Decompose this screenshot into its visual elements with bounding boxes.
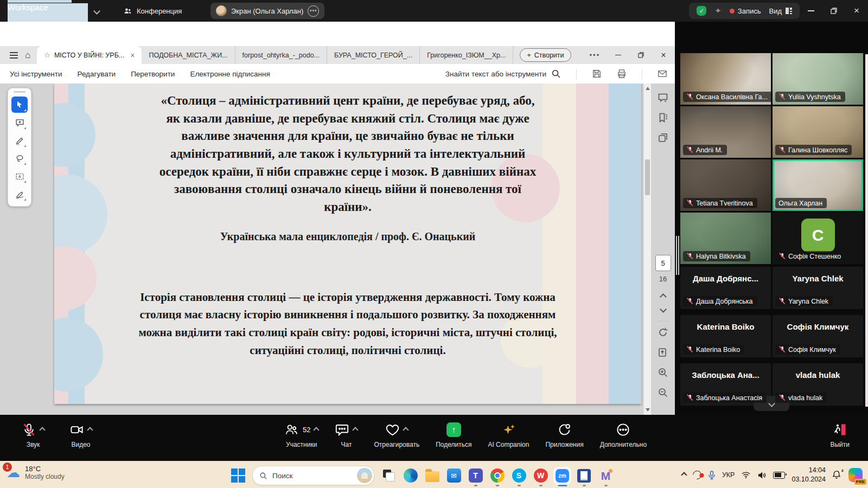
start-button[interactable] bbox=[231, 468, 245, 483]
react-options-icon[interactable] bbox=[403, 427, 409, 433]
menu-convert[interactable]: Перетворити bbox=[131, 70, 175, 78]
participant-tile[interactable]: Даша Добрянс... Даша Добрянська bbox=[680, 267, 771, 309]
star-icon[interactable]: ☆ bbox=[44, 51, 50, 59]
video-tile[interactable]: Yuliia Vyshnytska bbox=[773, 53, 863, 105]
mail-app[interactable]: ✉ bbox=[446, 468, 461, 483]
video-tile[interactable]: Галина Шовкопляс bbox=[773, 106, 863, 158]
recording-tray-icon[interactable] bbox=[691, 469, 704, 481]
scroll-up-icon[interactable] bbox=[646, 87, 650, 90]
text-select-tool[interactable]: A bbox=[11, 168, 28, 184]
pdf-close-button[interactable]: × bbox=[652, 46, 675, 64]
audio-button[interactable]: Звук bbox=[22, 422, 44, 448]
tray-mic-icon[interactable] bbox=[708, 471, 716, 480]
wifi-icon[interactable] bbox=[741, 471, 751, 479]
participant-tile[interactable]: Yaryna Chlek Yaryna Chlek bbox=[773, 267, 863, 309]
hidden-icons-chevron[interactable] bbox=[681, 472, 687, 478]
video-tile[interactable]: Tetiana Tveritinova bbox=[680, 159, 771, 211]
chat-button[interactable]: Чат bbox=[335, 422, 358, 448]
menu-edit[interactable]: Редагувати bbox=[77, 70, 116, 78]
next-page-icon[interactable] bbox=[660, 306, 667, 313]
pdf-tab[interactable]: Григоренко_ІЗЮМ__Хр... bbox=[420, 46, 513, 64]
palette-handle[interactable] bbox=[14, 91, 25, 93]
export-page-icon[interactable] bbox=[658, 347, 668, 358]
file-explorer-app[interactable] bbox=[425, 468, 439, 483]
participants-button[interactable]: 52 Участники bbox=[284, 422, 318, 448]
scroll-thumb[interactable] bbox=[645, 159, 650, 195]
pdf-tab[interactable]: БУРА_МІСТО_ГЕРОЙ_... bbox=[327, 46, 420, 64]
video-options-icon[interactable] bbox=[87, 427, 93, 433]
video-button[interactable]: Видео bbox=[69, 422, 92, 448]
pdf-minimize-button[interactable] bbox=[607, 46, 629, 64]
tab-close-icon[interactable]: × bbox=[130, 51, 135, 60]
window-minimize-button[interactable] bbox=[800, 0, 822, 22]
create-tab-button[interactable]: + Створити bbox=[520, 48, 571, 62]
edge-app[interactable] bbox=[403, 468, 418, 483]
screen-options-icon[interactable]: ••• bbox=[308, 5, 319, 17]
zoom-app-active[interactable]: zm bbox=[555, 468, 570, 483]
m-office-app[interactable]: M bbox=[598, 468, 613, 483]
tab-shared-screen[interactable]: Экран (Ольга Харлан) ••• bbox=[210, 3, 324, 19]
zoom-out-icon[interactable] bbox=[658, 387, 668, 398]
teams-app[interactable]: T bbox=[468, 468, 483, 483]
battery-icon[interactable] bbox=[773, 472, 785, 479]
ai-companion-button[interactable]: AI Companion bbox=[488, 422, 529, 448]
workspace-chevron-icon[interactable] bbox=[93, 8, 100, 15]
volume-icon[interactable] bbox=[757, 471, 767, 479]
skype-app[interactable]: S bbox=[512, 468, 526, 483]
share-button[interactable]: ↑ Поделиться bbox=[436, 422, 471, 448]
window-restore-button[interactable] bbox=[822, 0, 845, 22]
refresh-icon[interactable] bbox=[658, 327, 668, 338]
panel-resize-grip[interactable] bbox=[676, 236, 677, 275]
bookmarks-icon[interactable] bbox=[658, 112, 668, 123]
task-view-button[interactable] bbox=[381, 468, 396, 483]
language-indicator[interactable]: УКР bbox=[722, 471, 735, 479]
print-icon[interactable] bbox=[617, 69, 627, 79]
audio-options-icon[interactable] bbox=[39, 427, 45, 433]
window-close-button[interactable]: × bbox=[845, 0, 868, 22]
menu-all-tools[interactable]: Усі інструменти bbox=[10, 70, 62, 78]
menu-hamburger-icon[interactable] bbox=[10, 55, 18, 56]
document-scrollbar[interactable] bbox=[643, 84, 651, 415]
view-button[interactable]: Вид bbox=[769, 7, 792, 15]
recording-indicator[interactable]: Запись bbox=[730, 7, 761, 15]
ai-sparkle-icon[interactable]: ✦ bbox=[714, 6, 722, 16]
leave-button[interactable]: Выйти bbox=[830, 422, 850, 448]
pdf-tab-active[interactable]: ☆ МІСТО У ВІЙНІ: УРБ... × bbox=[37, 46, 142, 64]
tab-overflow-icon[interactable]: ••• bbox=[590, 51, 601, 59]
react-button[interactable]: Отреагировать bbox=[374, 422, 419, 448]
home-icon[interactable]: ⌂ bbox=[25, 50, 30, 61]
video-tile[interactable]: C Софія Стешенко bbox=[773, 213, 863, 264]
mail-icon[interactable] bbox=[658, 69, 667, 79]
zoom-in-icon[interactable] bbox=[658, 367, 668, 378]
lasso-tool[interactable] bbox=[11, 150, 28, 166]
prev-page-icon[interactable] bbox=[660, 293, 667, 300]
notification-bell-icon[interactable]: z bbox=[832, 470, 842, 480]
participant-tile[interactable]: vlada hulak vlada hulak bbox=[773, 363, 863, 406]
current-page-input[interactable]: 5 bbox=[655, 255, 671, 271]
clock[interactable]: 14:04 03.10.2024 bbox=[792, 466, 826, 484]
participant-tile[interactable]: Заблоцька Ана... Заблоцька Анастасія bbox=[680, 363, 771, 406]
pdf-tab[interactable]: forpost_ohtyrka_-_podo... bbox=[235, 46, 327, 64]
pdf-tab[interactable]: ПОДОБНА_МІСТА_ЖИ... bbox=[142, 46, 235, 64]
taskbar-search[interactable]: Поиск bbox=[252, 466, 374, 485]
weather-widget[interactable]: ☁1 18°C Mostly cloudy bbox=[7, 465, 65, 480]
scroll-down-icon[interactable] bbox=[646, 408, 650, 412]
wps-app[interactable]: W bbox=[533, 468, 548, 483]
pdf-search[interactable]: Знайти текст або інструменти bbox=[445, 69, 561, 79]
security-shield-icon[interactable]: ✓ bbox=[697, 6, 706, 16]
highlight-tool[interactable] bbox=[11, 132, 28, 149]
participant-tile[interactable]: Софія Климчук Софія Климчук bbox=[773, 315, 863, 357]
menu-esign[interactable]: Електронне підписання bbox=[190, 70, 270, 78]
signature-tool[interactable] bbox=[11, 186, 28, 202]
tab-meeting[interactable]: Конференция bbox=[123, 7, 182, 16]
page-thumbnails-icon[interactable] bbox=[658, 132, 668, 143]
select-tool[interactable] bbox=[11, 97, 28, 113]
video-tile[interactable]: Оксана Василівна Га... bbox=[680, 53, 771, 105]
copilot-icon[interactable]: PRE bbox=[848, 468, 863, 482]
comment-tool[interactable] bbox=[11, 114, 28, 131]
video-tile[interactable]: Andrii M. bbox=[680, 106, 771, 158]
chat-options-icon[interactable] bbox=[353, 427, 359, 433]
pdf-restore-button[interactable] bbox=[629, 46, 652, 64]
video-tile[interactable]: Halyna Bitkivska bbox=[680, 213, 771, 264]
more-button[interactable]: Дополнительно bbox=[600, 422, 647, 448]
